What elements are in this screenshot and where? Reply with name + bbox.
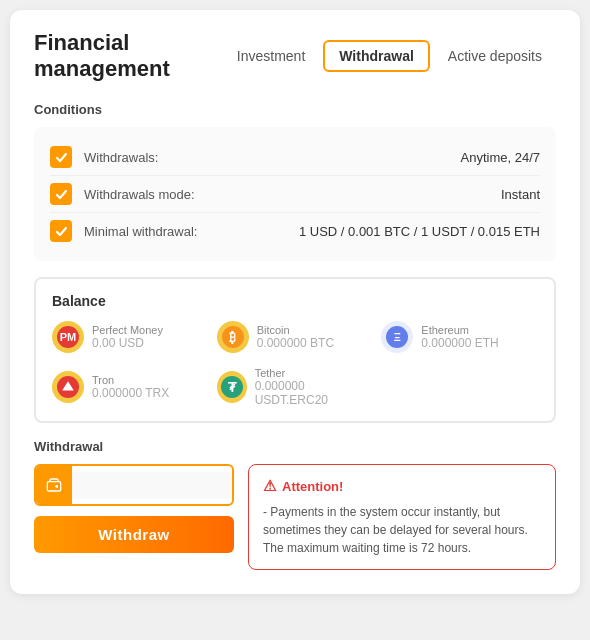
check-icon-3 xyxy=(50,220,72,242)
balance-pm-text: Perfect Money 0.00 USD xyxy=(92,324,163,350)
balance-grid: PM Perfect Money 0.00 USD ₿ Bitcoin 0.00… xyxy=(52,321,538,407)
usdt-amount: 0.000000 USDT.ERC20 xyxy=(255,379,374,407)
balance-trx-text: Tron 0.000000 TRX xyxy=(92,374,169,400)
main-card: Financial management Investment Withdraw… xyxy=(10,10,580,594)
condition-row-2: Withdrawals mode: Instant xyxy=(50,176,540,213)
header: Financial management Investment Withdraw… xyxy=(34,30,556,82)
attention-text: - Payments in the system occur instantly… xyxy=(263,503,541,557)
coin-eth-icon: Ξ xyxy=(386,326,408,348)
btc-amount: 0.000000 BTC xyxy=(257,336,334,350)
balance-item-btc: ₿ Bitcoin 0.000000 BTC xyxy=(217,321,374,353)
check-icon-2 xyxy=(50,183,72,205)
eth-amount: 0.000000 ETH xyxy=(421,336,498,350)
coin-trx-outer xyxy=(52,371,84,403)
coin-btc-outer: ₿ xyxy=(217,321,249,353)
withdrawal-section: Withdrawal Withdraw xyxy=(34,439,556,570)
tab-withdrawal[interactable]: Withdrawal xyxy=(323,40,430,72)
check-icon-1 xyxy=(50,146,72,168)
attention-icon: ⚠ xyxy=(263,477,276,495)
pm-coin-name: Perfect Money xyxy=(92,324,163,336)
attention-title: ⚠ Attention! xyxy=(263,477,541,495)
balance-item-usdt: ₮ Tether 0.000000 USDT.ERC20 xyxy=(217,367,374,407)
balance-item-pm: PM Perfect Money 0.00 USD xyxy=(52,321,209,353)
condition-value-2: Instant xyxy=(501,187,540,202)
condition-row-3: Minimal withdrawal: 1 USD / 0.001 BTC / … xyxy=(50,213,540,249)
balance-label: Balance xyxy=(52,293,538,309)
balance-usdt-text: Tether 0.000000 USDT.ERC20 xyxy=(255,367,374,407)
withdrawal-body: Withdraw ⚠ Attention! - Payments in the … xyxy=(34,464,556,570)
condition-name-3: Minimal withdrawal: xyxy=(84,224,299,239)
tab-investment[interactable]: Investment xyxy=(223,42,319,70)
condition-name-1: Withdrawals: xyxy=(84,150,461,165)
condition-value-1: Anytime, 24/7 xyxy=(461,150,541,165)
withdraw-button[interactable]: Withdraw xyxy=(34,516,234,553)
balance-eth-text: Ethereum 0.000000 ETH xyxy=(421,324,498,350)
balance-item-eth: Ξ Ethereum 0.000000 ETH xyxy=(381,321,538,353)
coin-pm-icon: PM xyxy=(57,326,79,348)
balance-item-trx: Tron 0.000000 TRX xyxy=(52,367,209,407)
wallet-icon-button[interactable] xyxy=(36,466,72,504)
tab-bar: Investment Withdrawal Active deposits xyxy=(223,40,556,72)
withdrawal-label: Withdrawal xyxy=(34,439,556,454)
trx-coin-name: Tron xyxy=(92,374,169,386)
usdt-coin-name: Tether xyxy=(255,367,374,379)
coin-usdt-icon: ₮ xyxy=(221,376,243,398)
condition-row-1: Withdrawals: Anytime, 24/7 xyxy=(50,139,540,176)
eth-coin-name: Ethereum xyxy=(421,324,498,336)
coin-usdt-outer: ₮ xyxy=(217,371,247,403)
attention-box: ⚠ Attention! - Payments in the system oc… xyxy=(248,464,556,570)
tab-active-deposits[interactable]: Active deposits xyxy=(434,42,556,70)
btc-coin-name: Bitcoin xyxy=(257,324,334,336)
pm-amount: 0.00 USD xyxy=(92,336,163,350)
conditions-box: Withdrawals: Anytime, 24/7 Withdrawals m… xyxy=(34,127,556,261)
balance-btc-text: Bitcoin 0.000000 BTC xyxy=(257,324,334,350)
conditions-label: Conditions xyxy=(34,102,556,117)
svg-rect-1 xyxy=(47,482,60,491)
coin-pm-outer: PM xyxy=(52,321,84,353)
attention-title-text: Attention! xyxy=(282,479,343,494)
condition-value-3: 1 USD / 0.001 BTC / 1 USDT / 0.015 ETH xyxy=(299,224,540,239)
trx-amount: 0.000000 TRX xyxy=(92,386,169,400)
withdrawal-left: Withdraw xyxy=(34,464,234,553)
coin-btc-icon: ₿ xyxy=(222,326,244,348)
svg-marker-0 xyxy=(62,381,74,390)
condition-name-2: Withdrawals mode: xyxy=(84,187,501,202)
balance-box: Balance PM Perfect Money 0.00 USD ₿ Bitc… xyxy=(34,277,556,423)
withdrawal-input-wrap xyxy=(34,464,234,506)
coin-eth-outer: Ξ xyxy=(381,321,413,353)
page-title: Financial management xyxy=(34,30,223,82)
withdrawal-amount-input[interactable] xyxy=(72,472,234,499)
coin-trx-icon xyxy=(57,376,79,398)
